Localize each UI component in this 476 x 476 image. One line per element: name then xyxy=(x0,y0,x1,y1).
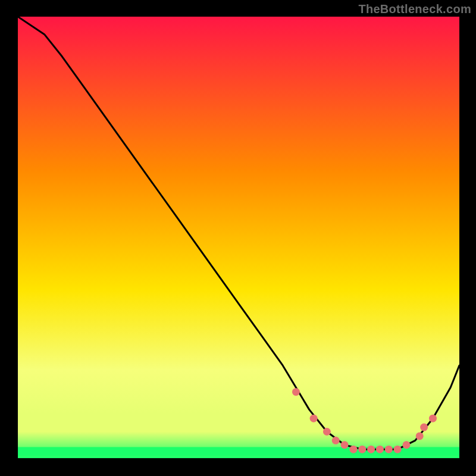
curve-marker xyxy=(394,446,402,453)
curve-marker xyxy=(323,428,331,436)
curve-marker xyxy=(376,446,384,453)
curve-marker xyxy=(341,441,349,449)
green-band xyxy=(18,447,459,456)
plot-area xyxy=(18,17,459,458)
curve-marker xyxy=(310,415,318,422)
curve-marker xyxy=(420,424,428,431)
curve-marker xyxy=(402,441,410,449)
curve-marker xyxy=(367,446,375,453)
curve-marker xyxy=(385,446,393,453)
chart-svg xyxy=(18,17,459,458)
curve-marker xyxy=(292,388,300,396)
curve-marker xyxy=(349,446,357,453)
curve-marker xyxy=(429,415,437,422)
curve-marker xyxy=(358,446,366,453)
curve-marker xyxy=(416,432,424,440)
curve-marker xyxy=(332,437,340,444)
chart-frame: TheBottleneck.com xyxy=(0,0,476,476)
watermark-text: TheBottleneck.com xyxy=(358,2,471,16)
gradient-background xyxy=(18,17,459,458)
